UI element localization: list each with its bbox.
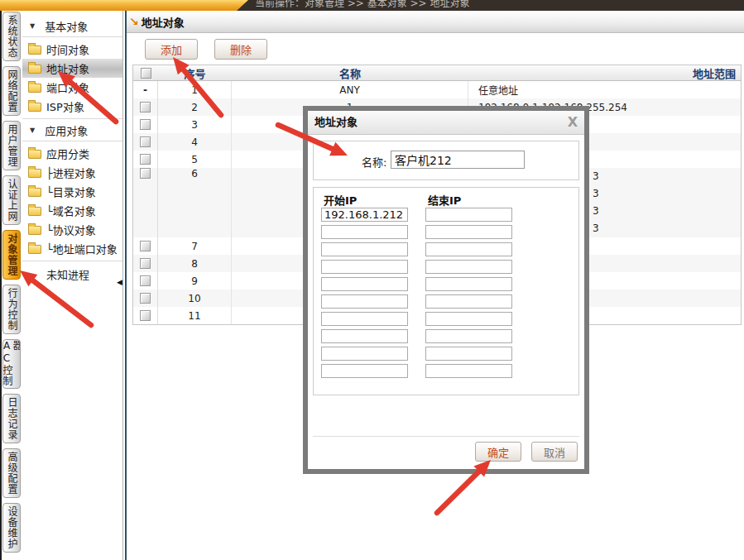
end-ip-input-2[interactable] [425, 225, 512, 239]
row-checkbox[interactable] [140, 136, 151, 147]
folder-icon [28, 150, 41, 159]
row-check-cell [133, 255, 158, 272]
close-icon[interactable]: X [568, 111, 578, 134]
sidebar-item-domain-object[interactable]: └域名对象 [22, 201, 122, 220]
row-check-cell [133, 168, 158, 237]
row-check-cell [133, 151, 158, 168]
cell-seq: 8 [158, 255, 232, 272]
sidebar-item-isp-object[interactable]: ISP对象 [22, 97, 122, 116]
sidebar-group-header[interactable]: ▼基本对象 [22, 17, 122, 34]
divider [22, 118, 122, 119]
divider [22, 261, 122, 261]
cell-seq: 6 [158, 168, 232, 237]
cell-seq: 1 [158, 81, 232, 98]
vertical-tab-log-record[interactable]: 日志记录 [2, 394, 21, 443]
row-checkbox[interactable] [140, 310, 151, 321]
dialog-title: 地址对象 [314, 116, 358, 128]
ok-button[interactable]: 确定 [475, 442, 521, 462]
start-ip-input-10[interactable] [321, 364, 408, 378]
top-bar-gold-accent [0, 0, 248, 11]
row-checkbox[interactable] [140, 258, 151, 269]
sidebar-item-address-object[interactable]: 地址对象 [22, 59, 122, 78]
start-ip-input-6[interactable] [321, 294, 408, 309]
start-ip-input-8[interactable] [321, 329, 408, 343]
start-ip-input-2[interactable] [321, 225, 408, 239]
start-ip-input-4[interactable] [321, 260, 408, 274]
sidebar-item-directory-object[interactable]: └目录对象 [22, 182, 122, 201]
column-header-range: 地址范围 [468, 65, 742, 81]
vertical-tab-object-management[interactable]: 对象管理 [2, 230, 21, 280]
end-ip-input-7[interactable] [425, 312, 512, 326]
start-ip-input-9[interactable] [321, 347, 408, 361]
end-ip-input-10[interactable] [425, 364, 512, 378]
start-ip-input-5[interactable] [321, 277, 408, 291]
vertical-tab-user-management[interactable]: 用户管理 [2, 121, 21, 170]
row-check-cell [133, 98, 158, 116]
sidebar-item-label: └地址端口对象 [46, 241, 118, 256]
delete-button[interactable]: 删除 [214, 39, 267, 60]
row-checkbox[interactable] [140, 119, 151, 130]
folder-icon [28, 84, 41, 93]
end-ip-input-4[interactable] [425, 260, 512, 274]
row-checkbox[interactable] [140, 168, 151, 179]
vertical-tab-ac-controller[interactable]: AC控制器 [2, 339, 21, 389]
row-checkbox[interactable] [140, 293, 151, 304]
sidebar-item-address-port-object[interactable]: └地址端口对象 [22, 239, 122, 258]
vertical-tab-label: 日志记录 [7, 397, 17, 440]
ip-row [321, 294, 512, 309]
row-checkbox[interactable] [140, 241, 151, 251]
vertical-tab-system-status[interactable]: 系统状态 [2, 12, 21, 61]
row-checkbox[interactable] [140, 154, 151, 165]
start-ip-input-1[interactable] [321, 208, 408, 222]
vertical-tab-auth-internet[interactable]: 认证上网 [2, 175, 21, 225]
row-check-cell [133, 116, 158, 133]
ip-input-rows [321, 208, 512, 381]
start-ip-input-7[interactable] [321, 312, 408, 326]
sidebar-collapse-icon[interactable]: ◀ [117, 279, 122, 286]
cancel-button[interactable]: 取消 [531, 442, 578, 462]
sidebar-item-label: 应用分类 [46, 146, 89, 161]
sidebar-item-port-object[interactable]: 端口对象 [22, 78, 122, 97]
vertical-tab-label: 高级配置 [7, 452, 17, 495]
start-ip-input-3[interactable] [321, 242, 408, 256]
end-ip-input-5[interactable] [425, 277, 512, 291]
end-ip-input-3[interactable] [425, 242, 512, 256]
end-ip-input-9[interactable] [425, 347, 512, 361]
name-input[interactable] [391, 151, 525, 169]
no-checkbox-dash: - [143, 84, 147, 96]
sidebar-item-protocol-object[interactable]: └协议对象 [22, 220, 122, 239]
vertical-tab-device-maintenance[interactable]: 设备维护 [2, 503, 21, 553]
vertical-tab-behavior-control[interactable]: 行为控制 [2, 285, 21, 334]
row-checkbox[interactable] [140, 275, 151, 286]
vertical-tab-advanced-config[interactable]: 高级配置 [2, 448, 21, 498]
divider [22, 36, 122, 37]
end-ip-input-6[interactable] [425, 294, 512, 309]
header-checkbox-cell [133, 68, 158, 79]
vertical-tab-label: 行为控制 [7, 288, 17, 331]
page-title: 地址对象 [142, 14, 185, 30]
end-ip-input-8[interactable] [425, 329, 512, 343]
section-title-bar: ↘ 地址对象 [127, 11, 744, 33]
ip-row [321, 208, 512, 222]
sidebar-item-label: └域名对象 [46, 203, 96, 218]
select-all-checkbox[interactable] [141, 68, 151, 79]
ip-row [321, 329, 512, 343]
ip-row [321, 260, 512, 274]
table-row: -1ANY任意地址 [133, 81, 741, 98]
add-button[interactable]: 添加 [145, 39, 198, 60]
ip-row [321, 277, 512, 291]
sidebar-item-process-object[interactable]: ├进程对象 [22, 163, 122, 182]
sidebar-item-app-category[interactable]: 应用分类 [22, 144, 122, 163]
sidebar-group-header[interactable]: ▼应用对象 [22, 122, 122, 138]
sidebar-item-label: ISP对象 [46, 98, 84, 114]
sidebar-item-time-object[interactable]: 时间对象 [22, 40, 122, 59]
end-ip-input-1[interactable] [425, 208, 512, 222]
column-header-name: 名称 [232, 65, 468, 81]
row-checkbox[interactable] [140, 102, 151, 112]
vertical-tab-network-config[interactable]: 网络配置 [2, 66, 21, 116]
ip-row [321, 225, 512, 239]
sidebar-item-unknown-process[interactable]: 未知进程 [22, 265, 122, 284]
sidebar-group-label: 基本对象 [45, 18, 88, 34]
dialog-title-bar: 地址对象 X [308, 111, 584, 135]
divider [22, 141, 122, 141]
